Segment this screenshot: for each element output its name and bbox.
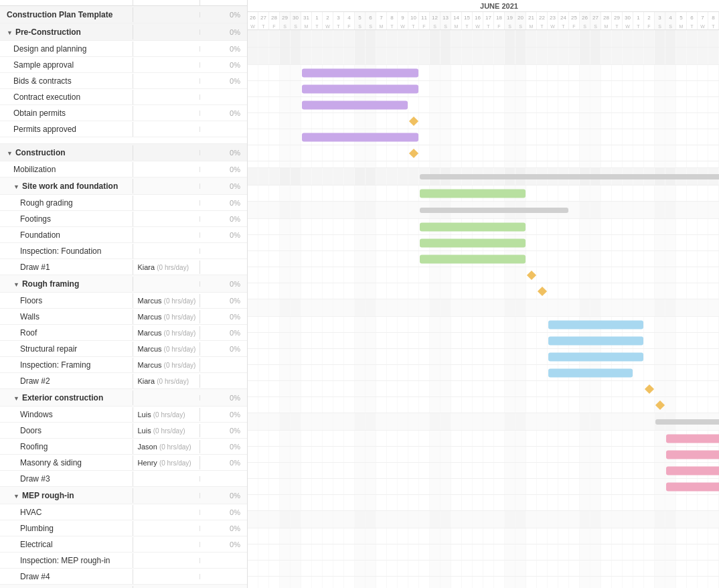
gantt-column-bg <box>312 479 323 494</box>
gantt-day-letter: W <box>248 23 258 29</box>
gantt-column-bg <box>248 447 258 462</box>
gantt-column-bg <box>408 413 419 430</box>
gantt-column-bg <box>665 81 676 96</box>
gantt-column-bg <box>655 431 665 446</box>
task-row: ▼Interior finishes & fixtures0% <box>0 585 247 588</box>
gantt-column-bg <box>515 333 526 348</box>
gantt-column-bg <box>366 333 376 348</box>
expand-icon[interactable]: ▼ <box>13 281 19 288</box>
expand-icon[interactable]: ▼ <box>7 29 13 36</box>
gantt-column-bg <box>280 577 291 588</box>
gantt-column-bg <box>655 113 665 129</box>
gantt-column-bg <box>258 381 269 396</box>
expand-icon[interactable]: ▼ <box>13 493 19 500</box>
gantt-column-bg <box>505 97 515 113</box>
gantt-column-bg <box>548 577 558 588</box>
gantt-column-bg <box>312 413 323 430</box>
gantt-column-bg <box>548 413 558 430</box>
gantt-column-bg <box>258 495 269 510</box>
gantt-column-bg <box>301 431 312 446</box>
gantt-column-bg <box>430 145 441 161</box>
gantt-column-bg <box>323 145 333 161</box>
gantt-column-bg <box>676 202 687 218</box>
task-name-text: Roof <box>20 328 37 338</box>
gantt-column-bg <box>473 113 483 129</box>
gantt-column-bg <box>441 431 451 446</box>
gantt-column-bg <box>473 283 483 299</box>
gantt-column-bg <box>398 219 408 234</box>
expand-icon[interactable]: ▼ <box>13 395 19 402</box>
gantt-column-bg <box>515 349 526 364</box>
gantt-column-bg <box>505 528 515 544</box>
gantt-column-bg <box>526 349 537 364</box>
gantt-column-bg <box>698 186 708 201</box>
gantt-column-bg <box>537 431 548 446</box>
gantt-column-bg <box>258 479 269 494</box>
gantt-column-bg <box>312 495 323 510</box>
gantt-column-bg <box>580 283 590 299</box>
gantt-column-bg <box>494 317 505 332</box>
gantt-column-bg <box>676 528 687 544</box>
gantt-day-letter: T <box>708 23 719 29</box>
task-row: RoofMarcus (0 hrs/day)0% <box>0 325 247 341</box>
gantt-column-bg <box>473 495 483 510</box>
task-row: HVAC0% <box>0 504 247 520</box>
gantt-column-bg <box>590 528 601 544</box>
gantt-column-bg <box>312 561 323 576</box>
gantt-column-bg <box>665 283 676 299</box>
gantt-column-bg <box>269 365 280 380</box>
gantt-column-bg <box>601 97 612 113</box>
gantt-day-number: 27 <box>258 12 269 23</box>
gantt-column-bg <box>590 577 601 588</box>
gantt-column-bg <box>312 544 323 560</box>
gantt-column-bg <box>548 397 558 413</box>
task-name-cell: Rough grading <box>0 196 133 210</box>
gantt-column-bg <box>430 463 441 478</box>
gantt-column-bg <box>430 381 441 396</box>
gantt-column-bg <box>537 113 548 129</box>
gantt-column-bg <box>398 447 408 462</box>
gantt-column-bg <box>698 267 708 283</box>
expand-icon[interactable]: ▼ <box>13 183 19 190</box>
gantt-column-bg <box>248 397 258 413</box>
gantt-column-bg <box>515 561 526 576</box>
gantt-column-bg <box>312 145 323 161</box>
gantt-column-bg <box>708 235 719 250</box>
gantt-column-bg <box>430 577 441 588</box>
gantt-column-bg <box>291 81 301 96</box>
gantt-column-bg <box>441 544 451 560</box>
gantt-row <box>248 219 719 235</box>
task-progress-cell: 0% <box>200 294 247 307</box>
gantt-day-number: 1 <box>312 12 323 23</box>
task-row: Construction Plan Template0% <box>0 6 247 23</box>
gantt-column-bg <box>419 283 430 299</box>
gantt-column-bg <box>644 235 655 250</box>
gantt-column-bg <box>623 65 633 80</box>
gantt-column-bg <box>376 113 387 129</box>
gantt-column-bg <box>291 349 301 364</box>
expand-icon[interactable]: ▼ <box>7 150 13 157</box>
gantt-panel[interactable]: JUNE 2021 262728293031123456789101112131… <box>248 0 719 588</box>
gantt-column-bg <box>601 463 612 478</box>
gantt-column-bg <box>462 97 473 113</box>
gantt-column-bg <box>708 113 719 129</box>
gantt-bar <box>666 450 719 459</box>
gantt-column-bg <box>633 30 644 47</box>
task-name-text: Draw #3 <box>20 474 50 484</box>
gantt-column-bg <box>494 365 505 380</box>
gantt-column-bg <box>451 81 462 96</box>
gantt-column-bg <box>280 48 291 64</box>
gantt-column-bg <box>623 544 633 560</box>
gantt-column-bg <box>323 219 333 234</box>
gantt-column-bg <box>558 479 569 494</box>
gantt-column-bg <box>590 561 601 576</box>
gantt-column-bg <box>687 81 698 96</box>
task-name-text: Bids & contracts <box>13 76 72 86</box>
gantt-column-bg <box>398 413 408 430</box>
gantt-row <box>248 447 719 463</box>
gantt-bar <box>420 189 526 198</box>
gantt-column-bg <box>355 283 366 299</box>
task-row: DoorsLuis (0 hrs/day)0% <box>0 423 247 439</box>
gantt-column-bg <box>451 333 462 348</box>
gantt-column-bg <box>408 561 419 576</box>
